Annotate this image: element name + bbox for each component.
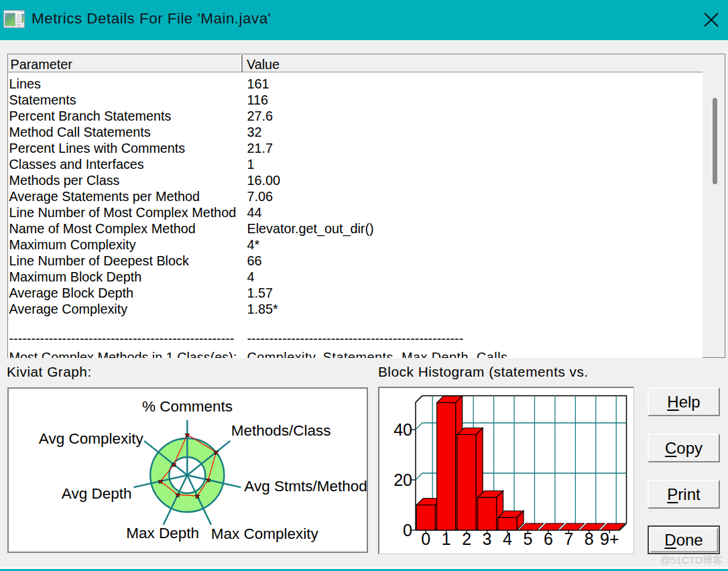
svg-text:3: 3 (483, 529, 492, 548)
svg-text:7: 7 (564, 529, 573, 548)
svg-text:6: 6 (544, 529, 553, 548)
svg-text:% Comments: % Comments (142, 398, 233, 415)
svg-text:0: 0 (421, 529, 430, 548)
svg-text:Avg Complexity: Avg Complexity (39, 430, 144, 447)
svg-text:20: 20 (393, 470, 412, 489)
svg-text:Max Complexity: Max Complexity (211, 525, 319, 542)
svg-text:8: 8 (585, 529, 594, 548)
svg-text:1: 1 (442, 529, 451, 548)
svg-text:2: 2 (462, 529, 471, 548)
svg-text:4: 4 (503, 529, 512, 548)
svg-text:0: 0 (403, 521, 412, 540)
svg-text:Avg Depth: Avg Depth (62, 485, 132, 502)
svg-text:5: 5 (524, 529, 533, 548)
svg-text:Methods/Class: Methods/Class (231, 422, 331, 439)
svg-text:Max Depth: Max Depth (126, 525, 199, 542)
svg-text:Avg Stmts/Method: Avg Stmts/Method (244, 478, 367, 495)
svg-text:40: 40 (393, 420, 412, 439)
svg-text:9+: 9+ (600, 529, 619, 548)
